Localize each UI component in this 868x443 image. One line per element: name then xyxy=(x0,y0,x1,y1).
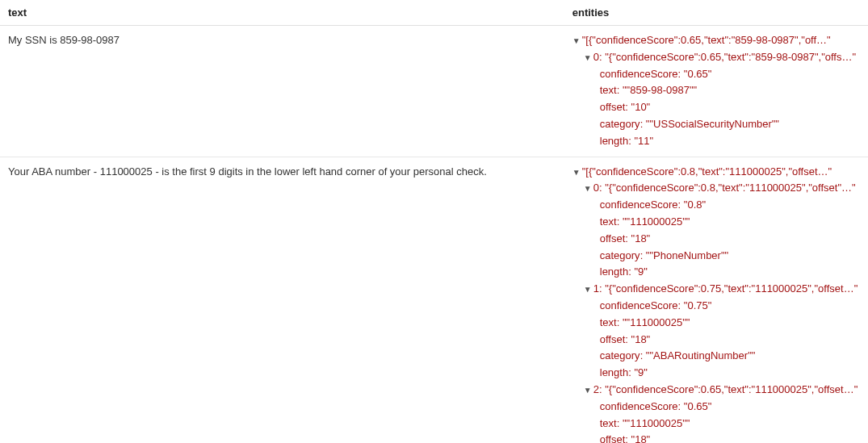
json-tree-node: category: ""PhoneNumber"" xyxy=(572,248,860,265)
json-value: "18" xyxy=(631,433,651,443)
json-key: offset xyxy=(600,433,626,443)
json-tree-node: confidenceScore: "0.65" xyxy=(572,66,860,83)
json-key: text xyxy=(600,316,617,328)
table-row: My SSN is 859-98-0987▼"[{"confidenceScor… xyxy=(0,26,868,157)
json-sep: : xyxy=(625,232,631,244)
json-tree-node: category: ""USSocialSecurityNumber"" xyxy=(572,116,860,133)
json-summary: "[{"confidenceScore":0.8,"text":"1110000… xyxy=(582,165,832,178)
json-tree-node: offset: "10" xyxy=(572,99,860,116)
json-key: confidenceScore xyxy=(600,199,678,211)
json-key: length xyxy=(600,135,628,147)
json-value: "11" xyxy=(634,135,653,147)
json-key: offset xyxy=(600,333,626,345)
caret-down-icon[interactable]: ▼ xyxy=(572,166,581,179)
json-key: confidenceScore xyxy=(600,68,678,80)
json-sep: : xyxy=(640,249,646,261)
json-tree-node[interactable]: ▼"[{"confidenceScore":0.65,"text":"859-9… xyxy=(572,32,860,49)
json-tree-node: offset: "18" xyxy=(572,332,860,349)
json-value: ""111000025"" xyxy=(623,417,690,429)
json-tree-node: category: ""ABARoutingNumber"" xyxy=(572,348,860,365)
caret-down-icon[interactable]: ▼ xyxy=(584,52,592,65)
json-summary: "{"confidenceScore":0.8,"text":"11100002… xyxy=(605,182,855,194)
json-key: 0 xyxy=(593,51,599,63)
json-sep: : xyxy=(640,349,646,362)
json-sep: : xyxy=(678,68,684,80)
json-key: category xyxy=(600,249,640,261)
json-value: ""PhoneNumber"" xyxy=(646,249,728,261)
json-key: offset xyxy=(600,101,626,113)
cell-entities: ▼"[{"confidenceScore":0.8,"text":"111000… xyxy=(564,157,868,443)
json-tree-node: length: "9" xyxy=(572,365,860,382)
json-key: category xyxy=(600,349,640,362)
json-key: length xyxy=(600,265,628,278)
json-sep: : xyxy=(678,299,684,311)
col-header-entities: entities xyxy=(564,0,868,26)
json-tree-node[interactable]: ▼1: "{"confidenceScore":0.75,"text":"111… xyxy=(572,281,860,298)
json-tree-node: confidenceScore: "0.75" xyxy=(572,298,860,315)
cell-entities: ▼"[{"confidenceScore":0.65,"text":"859-9… xyxy=(564,26,868,157)
json-key: 0 xyxy=(593,182,599,194)
json-tree-node: offset: "18" xyxy=(572,432,860,443)
json-value: "0.65" xyxy=(684,400,712,412)
json-sep: : xyxy=(617,316,623,328)
json-sep: : xyxy=(678,400,684,412)
json-tree-node: text: ""859-98-0987"" xyxy=(572,82,860,99)
json-key: confidenceScore xyxy=(600,299,678,311)
table-row: Your ABA number - 111000025 - is the fir… xyxy=(0,157,868,443)
json-value: "9" xyxy=(634,265,647,278)
json-tree-node: length: "11" xyxy=(572,133,860,150)
caret-down-icon[interactable]: ▼ xyxy=(572,35,581,48)
json-value: ""USSocialSecurityNumber"" xyxy=(646,118,779,130)
json-tree-node: text: ""111000025"" xyxy=(572,416,860,433)
json-key: text xyxy=(600,84,617,96)
json-summary: "{"confidenceScore":0.65,"text":"1110000… xyxy=(605,383,858,395)
json-key: 2 xyxy=(593,383,599,395)
json-tree-node: offset: "18" xyxy=(572,231,860,248)
json-value: "9" xyxy=(634,366,647,378)
caret-down-icon[interactable]: ▼ xyxy=(584,283,592,296)
table-header-row: text entities xyxy=(0,0,868,26)
json-value: "0.65" xyxy=(684,68,712,80)
json-summary: "{"confidenceScore":0.75,"text":"1110000… xyxy=(605,282,858,295)
json-tree-node[interactable]: ▼0: "{"confidenceScore":0.8,"text":"1110… xyxy=(572,180,860,197)
json-tree-node: confidenceScore: "0.65" xyxy=(572,399,860,416)
json-value: ""ABARoutingNumber"" xyxy=(646,349,756,362)
json-sep: : xyxy=(678,199,684,211)
json-key: 1 xyxy=(593,282,599,295)
json-sep: : xyxy=(617,84,623,96)
caret-down-icon[interactable]: ▼ xyxy=(584,384,592,397)
json-tree-node[interactable]: ▼"[{"confidenceScore":0.8,"text":"111000… xyxy=(572,164,860,181)
json-sep: : xyxy=(625,101,631,113)
json-sep: : xyxy=(640,118,646,130)
json-value: ""111000025"" xyxy=(623,215,690,228)
json-sep: : xyxy=(617,417,623,429)
json-key: length xyxy=(600,366,628,378)
json-key: text xyxy=(600,417,617,429)
results-table: text entities My SSN is 859-98-0987▼"[{"… xyxy=(0,0,868,443)
json-tree-node: length: "9" xyxy=(572,264,860,281)
json-key: offset xyxy=(600,232,626,244)
json-tree-node: text: ""111000025"" xyxy=(572,214,860,231)
json-value: ""859-98-0987"" xyxy=(623,84,697,96)
cell-text: My SSN is 859-98-0987 xyxy=(0,26,564,157)
json-summary: "{"confidenceScore":0.65,"text":"859-98-… xyxy=(605,51,856,63)
json-key: confidenceScore xyxy=(600,400,678,412)
json-summary: "[{"confidenceScore":0.65,"text":"859-98… xyxy=(582,34,831,46)
cell-text: Your ABA number - 111000025 - is the fir… xyxy=(0,157,564,443)
json-tree-node[interactable]: ▼0: "{"confidenceScore":0.65,"text":"859… xyxy=(572,49,860,66)
json-tree-node: text: ""111000025"" xyxy=(572,315,860,332)
json-key: text xyxy=(600,215,617,228)
json-value: "18" xyxy=(631,333,651,345)
json-key: category xyxy=(600,118,640,130)
json-value: "0.8" xyxy=(684,199,706,211)
json-sep: : xyxy=(625,333,631,345)
col-header-text: text xyxy=(0,0,564,26)
json-value: "0.75" xyxy=(684,299,712,311)
json-value: "10" xyxy=(631,101,651,113)
json-sep: : xyxy=(617,215,623,228)
json-value: ""111000025"" xyxy=(623,316,690,328)
json-tree-node[interactable]: ▼2: "{"confidenceScore":0.65,"text":"111… xyxy=(572,382,860,399)
caret-down-icon[interactable]: ▼ xyxy=(584,182,592,195)
json-value: "18" xyxy=(631,232,651,244)
json-sep: : xyxy=(625,433,631,443)
